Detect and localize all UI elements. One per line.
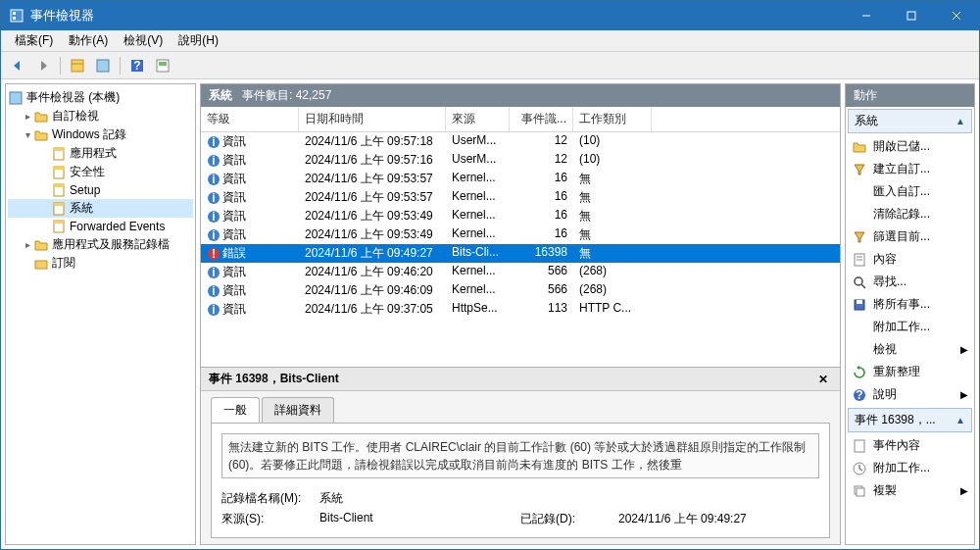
id-cell: 16 [510, 208, 573, 225]
event-grid[interactable]: 等級 日期和時間 來源 事件識... 工作類別 i資訊2024/11/6 上午 … [201, 107, 840, 367]
col-level[interactable]: 等級 [201, 107, 299, 131]
collapse-icon[interactable]: ▲ [956, 415, 965, 425]
tree-setup[interactable]: Setup [8, 181, 193, 199]
level-text: 資訊 [222, 152, 246, 169]
date-cell: 2024/11/6 上午 09:53:57 [299, 171, 446, 187]
action-open-saved[interactable]: 開啟已儲... [846, 135, 974, 158]
collapse-icon[interactable]: ▲ [956, 116, 965, 126]
action-group-event[interactable]: 事件 16398，... ▲ [848, 408, 972, 432]
action-view[interactable]: 檢視▶ [846, 338, 974, 361]
minimize-button[interactable] [844, 1, 889, 30]
menu-action[interactable]: 動作(A) [61, 29, 116, 52]
tree-custom-views[interactable]: ▸ 自訂檢視 [8, 107, 193, 125]
tree-system[interactable]: 系統 [8, 199, 193, 218]
actions-panel: 動作 系統 ▲ 開啟已儲... 建立自訂... 匯入自訂... 清除記錄... … [845, 83, 975, 545]
action-group-system[interactable]: 系統 ▲ [848, 109, 972, 133]
tab-details[interactable]: 詳細資料 [262, 397, 334, 423]
tree-app-services[interactable]: ▸ 應用程式及服務記錄檔 [8, 235, 193, 254]
action-event-properties[interactable]: 事件內容 [846, 434, 974, 457]
event-row[interactable]: i資訊2024/11/6 上午 09:57:18UserM...12(10) [201, 132, 840, 151]
action-filter[interactable]: 篩選目前... [846, 225, 974, 248]
help-button[interactable]: ? [126, 55, 148, 76]
action-copy[interactable]: 複製▶ [846, 479, 974, 502]
level-text: 資訊 [222, 226, 246, 243]
refresh-icon [852, 365, 867, 380]
date-cell: 2024/11/6 上午 09:37:05 [299, 301, 446, 318]
grid-header[interactable]: 等級 日期和時間 來源 事件識... 工作類別 [201, 107, 840, 132]
expander-icon[interactable]: ▸ [22, 239, 33, 250]
tree-label: 安全性 [70, 164, 105, 180]
tree-label: 應用程式 [70, 145, 117, 162]
action-refresh[interactable]: 重新整理 [846, 361, 974, 383]
col-id[interactable]: 事件識... [510, 107, 573, 131]
action-help[interactable]: ?說明▶ [846, 383, 974, 406]
source-cell: Kernel... [446, 264, 510, 280]
action-find[interactable]: 尋找... [846, 271, 974, 293]
action-create-custom[interactable]: 建立自訂... [846, 158, 974, 180]
detail-message: 無法建立新的 BITS 工作。使用者 CLAIREC\clair 的目前工作計數… [221, 433, 819, 478]
event-row[interactable]: i資訊2024/11/6 上午 09:46:09Kernel...566(268… [201, 281, 840, 300]
tab-general[interactable]: 一般 [211, 397, 260, 423]
expander-icon[interactable]: ▾ [22, 129, 33, 140]
expander-icon[interactable]: ▸ [22, 111, 33, 122]
properties-button[interactable] [92, 55, 114, 76]
open-icon [852, 139, 867, 155]
tree-application[interactable]: 應用程式 [8, 144, 193, 163]
event-row[interactable]: i資訊2024/11/6 上午 09:46:20Kernel...566(268… [201, 263, 840, 281]
event-row[interactable]: i資訊2024/11/6 上午 09:53:57Kernel...16無 [201, 170, 840, 188]
menubar: 檔案(F) 動作(A) 檢視(V) 說明(H) [1, 30, 979, 52]
level-text: 錯誤 [222, 245, 246, 262]
event-row[interactable]: i資訊2024/11/6 上午 09:53:49Kernel...16無 [201, 207, 840, 225]
event-row[interactable]: i資訊2024/11/6 上午 09:53:49Kernel...16無 [201, 225, 840, 244]
category-cell: 無 [573, 245, 652, 262]
task-icon [852, 461, 867, 476]
event-row[interactable]: !錯誤2024/11/6 上午 09:49:27Bits-Cli...16398… [201, 244, 840, 263]
tree-label: 訂閱 [52, 255, 75, 272]
tree-security[interactable]: 安全性 [8, 163, 193, 181]
maximize-button[interactable] [889, 1, 934, 30]
back-button[interactable] [7, 55, 28, 76]
category-cell: (268) [573, 264, 652, 280]
date-cell: 2024/11/6 上午 09:49:27 [299, 245, 446, 262]
event-row[interactable]: i資訊2024/11/6 上午 09:53:57Kernel...16無 [201, 188, 840, 207]
svg-text:!: ! [212, 247, 216, 261]
tree-forwarded[interactable]: Forwarded Events [8, 218, 193, 235]
menu-view[interactable]: 檢視(V) [116, 29, 171, 52]
col-date[interactable]: 日期和時間 [299, 107, 446, 131]
action-save-all[interactable]: 將所有事... [846, 293, 974, 316]
menu-help[interactable]: 說明(H) [171, 29, 226, 52]
show-tree-button[interactable] [67, 55, 88, 76]
tree-root[interactable]: 事件檢視器 (本機) [8, 88, 193, 107]
action-attach-task-event[interactable]: 附加工作... [846, 457, 974, 479]
close-button[interactable] [934, 1, 979, 30]
action-import-custom[interactable]: 匯入自訂... [846, 180, 974, 203]
action-clear-log[interactable]: 清除記錄... [846, 203, 974, 225]
tree-subscriptions[interactable]: 訂閱 [8, 254, 193, 273]
tree-label: 事件檢視器 (本機) [26, 89, 120, 106]
menu-file[interactable]: 檔案(F) [7, 29, 61, 52]
col-category[interactable]: 工作類別 [573, 107, 652, 131]
subscription-icon [33, 256, 49, 272]
event-row[interactable]: i資訊2024/11/6 上午 09:37:05HttpSe...113HTTP… [201, 300, 840, 319]
tree-label: 應用程式及服務記錄檔 [52, 236, 170, 253]
detail-close-button[interactable]: ✕ [814, 373, 832, 386]
svg-rect-15 [54, 148, 64, 151]
col-source[interactable]: 來源 [446, 107, 510, 131]
date-cell: 2024/11/6 上午 09:46:09 [299, 282, 446, 299]
svg-rect-23 [54, 221, 64, 224]
level-text: 資訊 [222, 208, 246, 225]
forward-button[interactable] [32, 55, 54, 76]
date-cell: 2024/11/6 上午 09:53:57 [299, 189, 446, 206]
action-properties[interactable]: 內容 [846, 248, 974, 271]
group-title: 系統 [855, 113, 878, 129]
preview-button[interactable] [152, 55, 173, 76]
event-viewer-icon [8, 90, 24, 106]
folder-icon [33, 109, 49, 125]
action-attach-task[interactable]: 附加工作... [846, 316, 974, 338]
info-icon: i [207, 266, 220, 279]
svg-text:?: ? [133, 59, 140, 73]
tree-windows-logs[interactable]: ▾ Windows 記錄 [8, 125, 193, 144]
event-row[interactable]: i資訊2024/11/6 上午 09:57:16UserM...12(10) [201, 151, 840, 170]
submenu-arrow-icon: ▶ [960, 389, 968, 400]
tree-panel[interactable]: 事件檢視器 (本機) ▸ 自訂檢視 ▾ Windows 記錄 應用程式 安全性 … [5, 83, 196, 545]
